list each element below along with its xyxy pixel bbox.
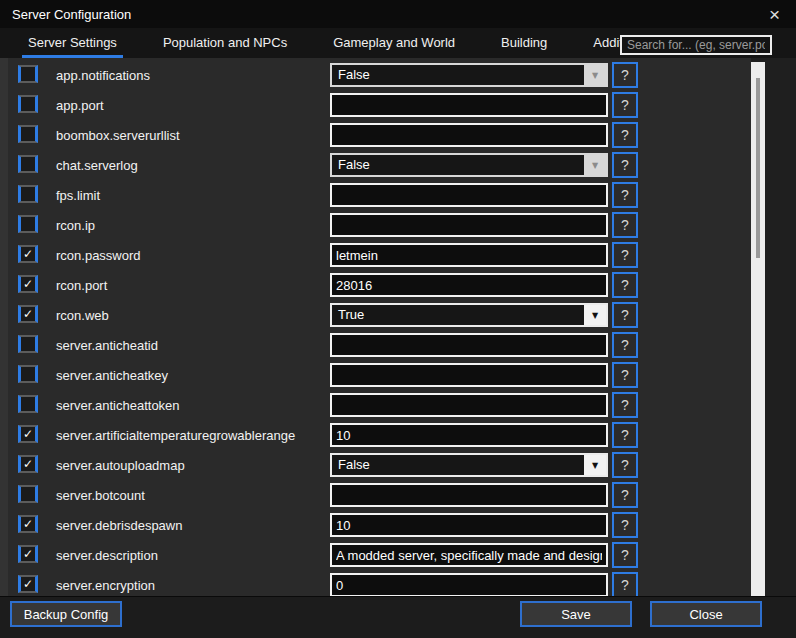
backup-config-button[interactable]: Backup Config — [10, 601, 122, 627]
vertical-scrollbar[interactable] — [751, 62, 765, 596]
chevron-down-icon[interactable]: ▼ — [584, 455, 606, 475]
save-button[interactable]: Save — [520, 601, 632, 627]
tab-strip: Server SettingsPopulation and NPCsGamepl… — [0, 28, 796, 58]
dropdown-selected-value: False — [332, 155, 584, 175]
help-button[interactable]: ? — [612, 272, 638, 298]
setting-control — [330, 483, 608, 507]
help-button[interactable]: ? — [612, 332, 638, 358]
setting-value-input[interactable] — [330, 123, 608, 147]
setting-checkbox[interactable] — [18, 335, 38, 353]
setting-checkbox[interactable] — [18, 185, 38, 203]
setting-dropdown[interactable]: True▼ — [330, 303, 608, 327]
setting-row: ✓rcon.password? — [8, 240, 751, 270]
help-button[interactable]: ? — [612, 392, 638, 418]
help-button[interactable]: ? — [612, 62, 638, 88]
setting-dropdown[interactable]: False▼ — [330, 453, 608, 477]
settings-list: app.notificationsFalse▼?app.port?boombox… — [8, 58, 751, 596]
chevron-down-icon[interactable]: ▼ — [584, 65, 606, 85]
scrollbar-thumb[interactable] — [756, 78, 760, 258]
tab-gameplay-and-world[interactable]: Gameplay and World — [327, 35, 461, 58]
setting-value-input[interactable] — [330, 333, 608, 357]
setting-control — [330, 183, 608, 207]
setting-row: server.anticheattoken? — [8, 390, 751, 420]
setting-value-input[interactable] — [330, 363, 608, 387]
setting-name-label: server.botcount — [56, 488, 145, 503]
setting-checkbox[interactable]: ✓ — [18, 455, 38, 473]
setting-value-input[interactable] — [330, 513, 608, 537]
setting-checkbox[interactable] — [18, 65, 38, 83]
setting-row: ✓rcon.webTrue▼? — [8, 300, 751, 330]
help-button[interactable]: ? — [612, 482, 638, 508]
setting-name-label: server.encryption — [56, 578, 155, 593]
setting-value-input[interactable] — [330, 93, 608, 117]
setting-row: boombox.serverurllist? — [8, 120, 751, 150]
setting-row: ✓server.description? — [8, 540, 751, 570]
setting-dropdown[interactable]: False▼ — [330, 153, 608, 177]
setting-checkbox[interactable] — [18, 155, 38, 173]
setting-name-label: fps.limit — [56, 188, 100, 203]
footer-bar: Backup Config Save Close — [0, 596, 796, 638]
setting-checkbox[interactable]: ✓ — [18, 425, 38, 443]
help-button[interactable]: ? — [612, 242, 638, 268]
chevron-down-icon[interactable]: ▼ — [584, 305, 606, 325]
tab-building[interactable]: Building — [495, 35, 553, 58]
setting-name-label: server.artificialtemperaturegrowablerang… — [56, 428, 295, 443]
setting-name-label: rcon.password — [56, 248, 141, 263]
setting-value-input[interactable] — [330, 543, 608, 567]
setting-dropdown[interactable]: False▼ — [330, 63, 608, 87]
setting-checkbox[interactable] — [18, 95, 38, 113]
help-button[interactable]: ? — [612, 152, 638, 178]
dropdown-selected-value: False — [332, 65, 584, 85]
setting-value-input[interactable] — [330, 393, 608, 417]
tab-population-and-npcs[interactable]: Population and NPCs — [157, 35, 293, 58]
help-button[interactable]: ? — [612, 572, 638, 596]
help-button[interactable]: ? — [612, 512, 638, 538]
setting-checkbox[interactable]: ✓ — [18, 545, 38, 563]
setting-checkbox[interactable]: ✓ — [18, 275, 38, 293]
setting-checkbox[interactable]: ✓ — [18, 245, 38, 263]
setting-value-input[interactable] — [330, 573, 608, 596]
left-edge-strip — [0, 58, 8, 596]
setting-value-input[interactable] — [330, 243, 608, 267]
setting-checkbox[interactable] — [18, 485, 38, 503]
setting-value-input[interactable] — [330, 483, 608, 507]
setting-name-label: server.autouploadmap — [56, 458, 185, 473]
tab-server-settings[interactable]: Server Settings — [22, 35, 123, 58]
setting-checkbox[interactable] — [18, 365, 38, 383]
setting-name-label: boombox.serverurllist — [56, 128, 180, 143]
help-button[interactable]: ? — [612, 452, 638, 478]
help-button[interactable]: ? — [612, 362, 638, 388]
chevron-down-icon[interactable]: ▼ — [584, 155, 606, 175]
setting-row: ✓rcon.port? — [8, 270, 751, 300]
search-input[interactable] — [620, 35, 772, 55]
setting-value-input[interactable] — [330, 183, 608, 207]
setting-value-input[interactable] — [330, 273, 608, 297]
help-button[interactable]: ? — [612, 212, 638, 238]
close-icon[interactable]: × — [769, 5, 780, 24]
help-button[interactable]: ? — [612, 302, 638, 328]
help-button[interactable]: ? — [612, 182, 638, 208]
setting-value-input[interactable] — [330, 213, 608, 237]
help-button[interactable]: ? — [612, 542, 638, 568]
setting-name-label: server.anticheatkey — [56, 368, 168, 383]
setting-checkbox[interactable] — [18, 125, 38, 143]
setting-control — [330, 213, 608, 237]
help-button[interactable]: ? — [612, 122, 638, 148]
setting-name-label: chat.serverlog — [56, 158, 138, 173]
setting-control: True▼ — [330, 303, 608, 327]
setting-checkbox[interactable]: ✓ — [18, 515, 38, 533]
setting-checkbox[interactable]: ✓ — [18, 305, 38, 323]
setting-row: app.notificationsFalse▼? — [8, 60, 751, 90]
setting-checkbox[interactable] — [18, 395, 38, 413]
help-button[interactable]: ? — [612, 92, 638, 118]
setting-value-input[interactable] — [330, 423, 608, 447]
setting-checkbox[interactable] — [18, 215, 38, 233]
close-button[interactable]: Close — [650, 601, 762, 627]
settings-content: app.notificationsFalse▼?app.port?boombox… — [0, 58, 796, 596]
setting-control: False▼ — [330, 153, 608, 177]
setting-checkbox[interactable]: ✓ — [18, 575, 38, 593]
setting-control — [330, 513, 608, 537]
help-button[interactable]: ? — [612, 422, 638, 448]
setting-control — [330, 543, 608, 567]
setting-control — [330, 393, 608, 417]
